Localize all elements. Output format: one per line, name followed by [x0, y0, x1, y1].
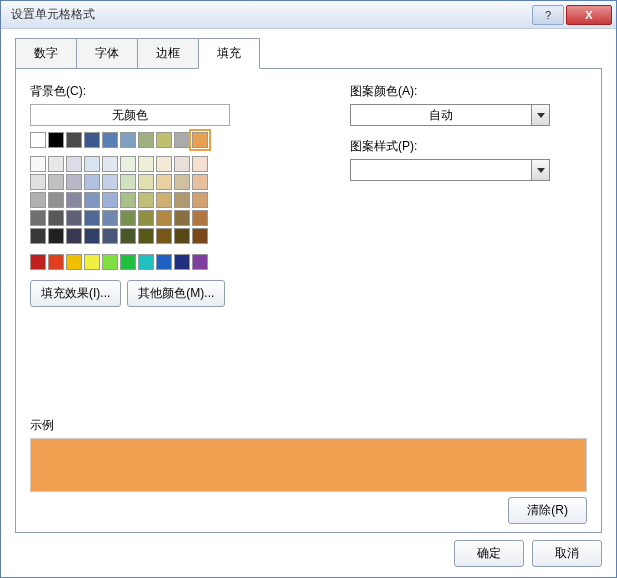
- color-swatch[interactable]: [156, 192, 172, 208]
- color-swatch[interactable]: [66, 132, 82, 148]
- color-swatch[interactable]: [192, 192, 208, 208]
- color-swatch[interactable]: [138, 210, 154, 226]
- color-swatch[interactable]: [30, 228, 46, 244]
- color-swatch[interactable]: [174, 132, 190, 148]
- color-swatch[interactable]: [30, 132, 46, 148]
- chevron-down-icon: [531, 160, 549, 180]
- pattern-color-label: 图案颜色(A):: [350, 83, 587, 100]
- color-swatch[interactable]: [66, 174, 82, 190]
- color-swatch[interactable]: [192, 210, 208, 226]
- color-swatch[interactable]: [192, 254, 208, 270]
- color-swatch[interactable]: [30, 156, 46, 172]
- pattern-style-dropdown[interactable]: [350, 159, 550, 181]
- color-swatch[interactable]: [174, 192, 190, 208]
- color-swatch[interactable]: [138, 174, 154, 190]
- color-swatch[interactable]: [156, 254, 172, 270]
- color-swatch[interactable]: [30, 254, 46, 270]
- color-swatch[interactable]: [120, 210, 136, 226]
- color-swatch[interactable]: [138, 254, 154, 270]
- color-swatch[interactable]: [48, 156, 64, 172]
- sample-label: 示例: [30, 417, 587, 434]
- color-swatch[interactable]: [66, 156, 82, 172]
- window-title: 设置单元格格式: [11, 6, 532, 23]
- pattern-style-label: 图案样式(P):: [350, 138, 587, 155]
- color-swatch[interactable]: [48, 132, 64, 148]
- color-swatch[interactable]: [102, 174, 118, 190]
- color-swatch[interactable]: [30, 174, 46, 190]
- tab-strip: 数字 字体 边框 填充: [15, 37, 602, 69]
- accent-color-row: [30, 254, 310, 270]
- color-swatch[interactable]: [192, 228, 208, 244]
- pattern-section: 图案颜色(A): 自动 图案样式(P):: [350, 83, 587, 307]
- color-swatch[interactable]: [84, 174, 100, 190]
- color-swatch[interactable]: [102, 192, 118, 208]
- color-swatch[interactable]: [48, 192, 64, 208]
- color-swatch[interactable]: [174, 210, 190, 226]
- color-swatch[interactable]: [120, 192, 136, 208]
- color-swatch[interactable]: [66, 228, 82, 244]
- color-swatch[interactable]: [174, 174, 190, 190]
- no-color-button[interactable]: 无颜色: [30, 104, 230, 126]
- color-swatch[interactable]: [48, 174, 64, 190]
- color-swatch[interactable]: [84, 192, 100, 208]
- color-swatch[interactable]: [120, 228, 136, 244]
- color-swatch[interactable]: [156, 228, 172, 244]
- color-swatch[interactable]: [120, 254, 136, 270]
- color-swatch[interactable]: [30, 192, 46, 208]
- color-swatch[interactable]: [30, 210, 46, 226]
- color-swatch[interactable]: [192, 156, 208, 172]
- color-swatch[interactable]: [138, 132, 154, 148]
- color-swatch[interactable]: [84, 132, 100, 148]
- color-swatch[interactable]: [102, 132, 118, 148]
- color-swatch[interactable]: [48, 254, 64, 270]
- color-swatch[interactable]: [66, 210, 82, 226]
- color-swatch[interactable]: [138, 228, 154, 244]
- color-swatch[interactable]: [120, 132, 136, 148]
- tab-font[interactable]: 字体: [76, 38, 138, 69]
- clear-button[interactable]: 清除(R): [508, 497, 587, 524]
- color-swatch[interactable]: [174, 228, 190, 244]
- color-swatch[interactable]: [156, 174, 172, 190]
- color-swatch[interactable]: [48, 228, 64, 244]
- color-swatch[interactable]: [174, 254, 190, 270]
- color-swatch[interactable]: [156, 156, 172, 172]
- more-colors-button[interactable]: 其他颜色(M)...: [127, 280, 225, 307]
- tab-border[interactable]: 边框: [137, 38, 199, 69]
- color-swatch[interactable]: [66, 192, 82, 208]
- color-swatch[interactable]: [138, 156, 154, 172]
- color-swatch[interactable]: [84, 228, 100, 244]
- color-swatch[interactable]: [120, 174, 136, 190]
- color-swatch[interactable]: [138, 192, 154, 208]
- tab-body: 背景色(C): 无颜色 填充效果(I)... 其他颜色(M)... 图案颜色(A…: [15, 69, 602, 533]
- color-swatch[interactable]: [102, 210, 118, 226]
- fill-effects-button[interactable]: 填充效果(I)...: [30, 280, 121, 307]
- standard-color-grid: [30, 156, 310, 244]
- dialog-buttons: 确定 取消: [454, 540, 602, 567]
- color-swatch[interactable]: [84, 254, 100, 270]
- color-swatch[interactable]: [192, 132, 208, 148]
- color-swatch[interactable]: [66, 254, 82, 270]
- pattern-color-value: 自动: [351, 107, 531, 124]
- cancel-button[interactable]: 取消: [532, 540, 602, 567]
- color-swatch[interactable]: [192, 174, 208, 190]
- format-cells-dialog: 设置单元格格式 ? X 数字 字体 边框 填充 背景色(C): 无颜色: [0, 0, 617, 578]
- color-swatch[interactable]: [48, 210, 64, 226]
- color-swatch[interactable]: [102, 254, 118, 270]
- color-swatch[interactable]: [156, 132, 172, 148]
- pattern-color-dropdown[interactable]: 自动: [350, 104, 550, 126]
- color-swatch[interactable]: [84, 156, 100, 172]
- ok-button[interactable]: 确定: [454, 540, 524, 567]
- bg-color-label: 背景色(C):: [30, 83, 310, 100]
- color-swatch[interactable]: [120, 156, 136, 172]
- color-swatch[interactable]: [174, 156, 190, 172]
- close-button[interactable]: X: [566, 5, 612, 25]
- help-button[interactable]: ?: [532, 5, 564, 25]
- color-swatch[interactable]: [84, 210, 100, 226]
- tab-number[interactable]: 数字: [15, 38, 77, 69]
- color-swatch[interactable]: [102, 156, 118, 172]
- tab-fill[interactable]: 填充: [198, 38, 260, 69]
- fill-row: 背景色(C): 无颜色 填充效果(I)... 其他颜色(M)... 图案颜色(A…: [30, 83, 587, 307]
- background-color-section: 背景色(C): 无颜色 填充效果(I)... 其他颜色(M)...: [30, 83, 310, 307]
- color-swatch[interactable]: [156, 210, 172, 226]
- color-swatch[interactable]: [102, 228, 118, 244]
